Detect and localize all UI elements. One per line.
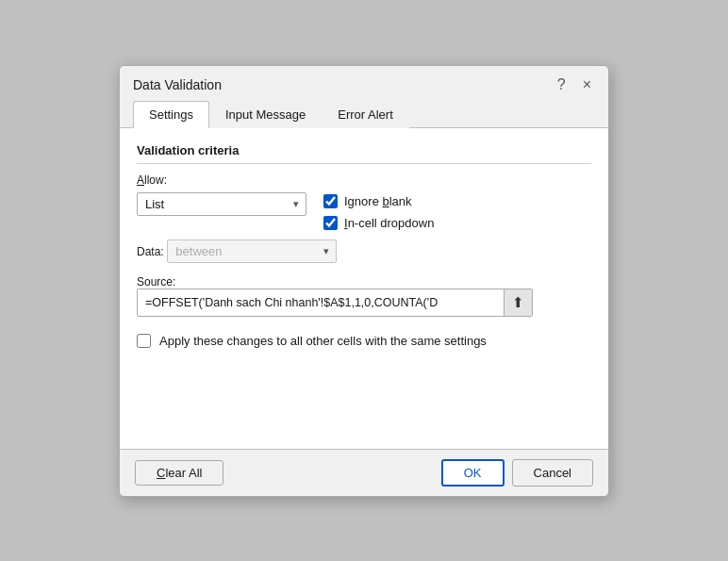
source-collapse-button[interactable]: ⬆ xyxy=(504,289,532,316)
tab-input-message[interactable]: Input Message xyxy=(209,101,322,128)
data-label: Data: xyxy=(137,245,164,258)
apply-changes-checkbox[interactable] xyxy=(137,334,151,348)
title-bar: Data Validation ? × xyxy=(120,66,608,94)
tab-bar: Settings Input Message Error Alert xyxy=(120,94,608,128)
ignore-blank-checkbox[interactable] xyxy=(323,194,338,208)
allow-label: Allow: xyxy=(137,173,306,187)
allow-row: Allow: Any value Whole number Decimal Li… xyxy=(137,173,591,230)
source-label: Source: xyxy=(137,275,175,289)
source-input-wrapper: ⬆ xyxy=(137,289,533,317)
in-cell-dropdown-row: In-cell dropdown xyxy=(323,216,434,230)
settings-content: Validation criteria Allow: Any value Who… xyxy=(120,128,608,449)
clear-all-label: Clear All xyxy=(157,466,202,480)
data-validation-dialog: Data Validation ? × Settings Input Messa… xyxy=(119,65,609,497)
data-select-wrapper: between not between equal to not equal t… xyxy=(167,239,337,263)
ignore-blank-row: Ignore blank xyxy=(323,194,434,208)
source-row: Source: ⬆ xyxy=(137,274,591,317)
source-collapse-icon: ⬆ xyxy=(512,294,524,311)
in-cell-dropdown-checkbox[interactable] xyxy=(323,216,338,230)
tab-settings[interactable]: Settings xyxy=(133,101,209,128)
allow-col: Allow: Any value Whole number Decimal Li… xyxy=(137,173,306,216)
in-cell-dropdown-label: In-cell dropdown xyxy=(344,216,434,230)
ok-button[interactable]: OK xyxy=(441,459,505,487)
apply-row: Apply these changes to all other cells w… xyxy=(137,334,591,348)
ignore-blank-label: Ignore blank xyxy=(344,194,412,208)
footer: Clear All OK Cancel xyxy=(120,449,608,496)
title-actions: ? × xyxy=(554,75,595,94)
allow-select[interactable]: Any value Whole number Decimal List Date… xyxy=(137,192,306,216)
allow-select-wrapper: Any value Whole number Decimal List Date… xyxy=(137,192,306,216)
help-button[interactable]: ? xyxy=(554,75,570,94)
data-select[interactable]: between not between equal to not equal t… xyxy=(167,239,337,263)
tab-error-alert[interactable]: Error Alert xyxy=(322,101,409,128)
section-title: Validation criteria xyxy=(137,143,591,164)
dialog-title: Data Validation xyxy=(133,77,222,92)
close-button[interactable]: × xyxy=(579,75,595,94)
footer-right: OK Cancel xyxy=(441,459,593,487)
cancel-button[interactable]: Cancel xyxy=(512,459,593,487)
checkboxes-col: Ignore blank In-cell dropdown xyxy=(323,173,434,230)
clear-all-button[interactable]: Clear All xyxy=(135,460,223,486)
data-row: Data: between not between equal to not e… xyxy=(137,239,591,263)
apply-label: Apply these changes to all other cells w… xyxy=(159,334,487,348)
source-input[interactable] xyxy=(138,291,504,314)
